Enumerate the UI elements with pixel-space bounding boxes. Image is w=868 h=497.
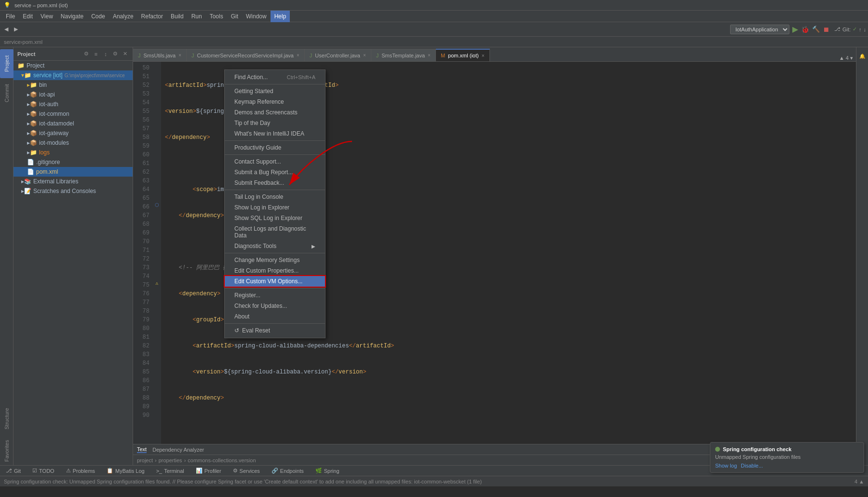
sidebar-collapse-icon[interactable]: ≡ <box>92 50 100 58</box>
run-button[interactable]: ▶ <box>792 25 798 34</box>
tree-bin[interactable]: ▸📁 bin <box>14 80 133 90</box>
tab-close-smsutils[interactable]: × <box>178 53 181 58</box>
path-bar: service › pom.xml <box>0 37 868 47</box>
menu-git[interactable]: Git <box>227 11 242 22</box>
tree-service[interactable]: ▾📁 service [iot] G:\mjw\project\mmw\serv… <box>14 70 133 80</box>
menu-refactor[interactable]: Refactor <box>137 11 167 22</box>
bottom-tab-endpoints[interactable]: 🔗 Endpoints <box>270 468 306 474</box>
menu-about[interactable]: About <box>225 311 325 322</box>
build-button[interactable]: 🔨 <box>812 26 820 33</box>
bottom-tab-todo[interactable]: ☑ TODO <box>30 468 56 474</box>
bottom-tab-terminal[interactable]: >_ Terminal <box>154 468 186 474</box>
menu-change-memory[interactable]: Change Memory Settings <box>225 255 325 265</box>
spring-disable-link[interactable]: Disable... <box>741 463 763 469</box>
menu-edit-custom-vm[interactable]: Edit Custom VM Options... <box>225 276 325 287</box>
tab-close-pom-iot[interactable]: × <box>482 53 485 58</box>
menu-file[interactable]: File <box>2 11 19 22</box>
tree-project[interactable]: 📁 Project <box>14 61 133 70</box>
sidebar-sort-icon[interactable]: ↕ <box>102 50 109 58</box>
menu-diagnostic-tools[interactable]: Diagnostic Tools ▶ <box>225 241 325 251</box>
bottom-tab-spring[interactable]: 🌿 Spring <box>313 468 341 474</box>
bottom-tab-problems[interactable]: ⚠ Problems <box>64 468 97 474</box>
mybatis-log-icon: 📋 <box>107 468 113 474</box>
tree-logs[interactable]: ▸📁 logs <box>14 148 133 157</box>
menu-productivity-guide[interactable]: Productivity Guide <box>225 142 325 153</box>
menu-whats-new[interactable]: What's New in IntelliJ IDEA <box>225 128 325 139</box>
favorites-view-icon[interactable]: Favorites <box>0 436 14 465</box>
commit-view-icon[interactable]: Commit <box>0 81 14 105</box>
right-notifications-icon[interactable]: 🔔 <box>855 49 868 63</box>
menu-navigate[interactable]: Navigate <box>57 11 87 22</box>
menu-demos-screencasts[interactable]: Demos and Screencasts <box>225 107 325 118</box>
tab-close-customerservice[interactable]: × <box>297 53 299 58</box>
bottom-tab-git[interactable]: ⎇ Git <box>4 468 23 474</box>
menu-code[interactable]: Code <box>87 11 109 22</box>
menu-find-action[interactable]: Find Action... Ctrl+Shift+A <box>225 72 325 83</box>
tab-close-smstemplate[interactable]: × <box>428 53 431 58</box>
menu-view[interactable]: View <box>37 11 57 22</box>
menu-tip-of-day[interactable]: Tip of the Day <box>225 118 325 128</box>
gutter-icons: ⬡ ⚠ <box>152 62 161 444</box>
menu-tail-log[interactable]: Tail Log in Console <box>225 192 325 202</box>
project-view-icon[interactable]: Project <box>0 49 14 78</box>
menu-show-log[interactable]: Show Log in Explorer <box>225 202 325 213</box>
menu-submit-feedback[interactable]: Submit Feedback... <box>225 178 325 188</box>
tab-smstemplate[interactable]: J SmsTemplate.java × <box>371 49 436 61</box>
tree-iot-api[interactable]: ▸📦 iot-api <box>14 90 133 99</box>
menu-run[interactable]: Run <box>188 11 206 22</box>
menu-help[interactable]: Help <box>271 11 290 22</box>
tab-smsutils[interactable]: J SmsUtils.java × <box>133 49 187 61</box>
menu-analyze[interactable]: Analyze <box>109 11 137 22</box>
tree-gitignore[interactable]: 📄 .gitignore <box>14 157 133 167</box>
line-numbers: 5051525354 5556575859 6061626364 6566676… <box>133 62 152 444</box>
menu-contact-support[interactable]: Contact Support... <box>225 156 325 167</box>
tab-customerservice[interactable]: J CustomerServiceRecordServiceImpl.java … <box>187 49 305 61</box>
path-pom: pom.xml <box>23 39 43 45</box>
back-btn[interactable]: ◀ <box>2 25 11 33</box>
bottom-tab-services[interactable]: ⚙ Services <box>231 468 262 474</box>
menu-tools[interactable]: Tools <box>206 11 227 22</box>
tab-usercontroller[interactable]: J UserController.java × <box>305 49 371 61</box>
git-icon: ⎇ <box>834 26 841 32</box>
sidebar-close-icon[interactable]: ✕ <box>121 50 129 58</box>
structure-view-icon[interactable]: Structure <box>0 404 14 433</box>
menu-submit-bug[interactable]: Submit a Bug Report... <box>225 167 325 178</box>
menu-collect-logs[interactable]: Collect Logs and Diagnostic Data <box>225 223 325 241</box>
pom-xml-icon: 📄 <box>27 168 34 175</box>
text-tab[interactable]: Text <box>137 446 147 453</box>
editor-tabs: J SmsUtils.java × J CustomerServiceRecor… <box>133 47 856 62</box>
menu-show-sql-log[interactable]: Show SQL Log in Explorer <box>225 213 325 223</box>
dep-analyzer-tab[interactable]: Dependency Analyzer <box>152 447 204 453</box>
logs-folder-icon: ▸📁 <box>27 149 37 156</box>
terminal-tab-icon: >_ <box>156 468 163 474</box>
tree-iot-auth[interactable]: ▸📦 iot-auth <box>14 99 133 109</box>
menu-getting-started[interactable]: Getting Started <box>225 86 325 97</box>
spring-show-log-link[interactable]: Show log <box>715 463 737 469</box>
tree-iot-common[interactable]: ▸📦 iot-common <box>14 109 133 119</box>
tree-iot-datamodel[interactable]: ▸📦 iot-datamodel <box>14 119 133 128</box>
run-config-select[interactable]: IotAuthApplication <box>730 25 789 34</box>
menu-edit[interactable]: Edit <box>19 11 37 22</box>
menu-check-updates[interactable]: Check for Updates... <box>225 301 325 311</box>
tree-external-libs[interactable]: ▸📚 External Libraries <box>14 177 133 186</box>
forward-btn[interactable]: ▶ <box>12 25 20 33</box>
menu-keymap-reference[interactable]: Keymap Reference <box>225 97 325 107</box>
sidebar-settings-icon[interactable]: ⚙ <box>82 50 90 58</box>
tree-scratches[interactable]: ▸📝 Scratches and Consoles <box>14 186 133 196</box>
menu-eval-reset[interactable]: ↺ Eval Reset <box>225 325 325 336</box>
menu-window[interactable]: Window <box>242 11 271 22</box>
menu-edit-custom-props[interactable]: Edit Custom Properties... <box>225 265 325 276</box>
menu-register[interactable]: Register... <box>225 290 325 301</box>
status-text: Spring configuration check: Unmapped Spr… <box>4 479 847 484</box>
debug-button[interactable]: 🐞 <box>801 26 809 33</box>
tree-iot-modules[interactable]: ▸📦 iot-modules <box>14 138 133 148</box>
tab-pom-iot[interactable]: M pom.xml (iot) × <box>436 49 490 61</box>
tree-iot-gateway[interactable]: ▸📦 iot-gateway <box>14 128 133 138</box>
menu-build[interactable]: Build <box>167 11 188 22</box>
tab-close-usercontroller[interactable]: × <box>363 53 366 58</box>
bottom-tab-profiler[interactable]: 📊 Profiler <box>194 468 223 474</box>
bottom-tab-mybatis-log[interactable]: 📋 MyBatis Log <box>105 468 147 474</box>
sidebar-gear-icon[interactable]: ⚙ <box>111 50 119 58</box>
tree-pom-xml[interactable]: 📄 pom.xml <box>14 167 133 177</box>
stop-button[interactable]: ⏹ <box>823 26 829 33</box>
